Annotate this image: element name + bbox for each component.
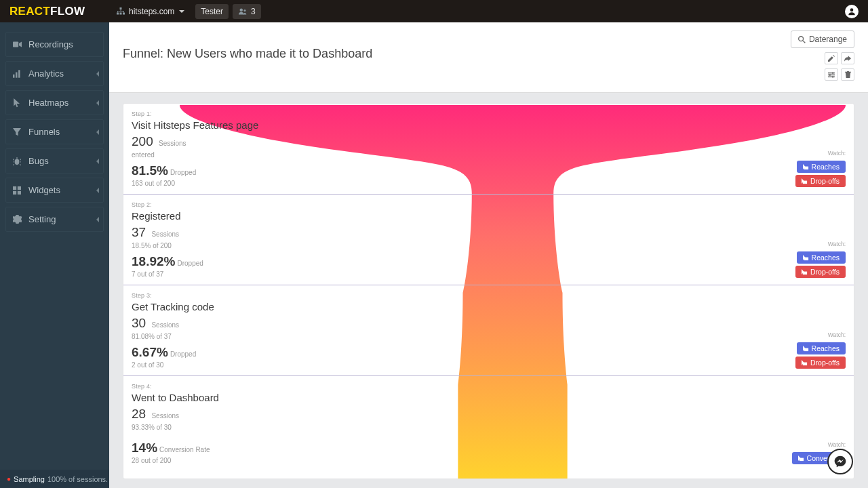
caret-down-icon: [179, 10, 184, 13]
bug-icon: [12, 157, 22, 166]
svg-point-10: [850, 8, 854, 12]
nav-label: Analytics: [28, 68, 64, 79]
svg-rect-24: [832, 72, 833, 74]
step-count-suffix: Sessions: [151, 230, 179, 238]
reaches-button[interactable]: Reaches: [797, 342, 846, 354]
step-name: Get Tracking code: [132, 301, 846, 312]
sidebar: Recordings Analytics Heatmaps Funnels Bu…: [0, 22, 109, 488]
svg-rect-5: [117, 11, 124, 12]
bars-icon: [12, 69, 22, 79]
nav-funnels[interactable]: Funnels: [5, 119, 104, 144]
nav-list: Recordings Analytics Heatmaps Funnels Bu…: [0, 22, 109, 232]
reaches-button[interactable]: Reaches: [797, 251, 846, 264]
step-count: 30 Sessions: [132, 316, 846, 331]
delete-button[interactable]: [841, 68, 854, 81]
nav-heatmaps[interactable]: Heatmaps: [5, 90, 104, 115]
funnel-icon: [12, 127, 22, 137]
main-content: Funnel: New Users who made it to Dashboa…: [109, 22, 868, 488]
chevron-left-icon: [96, 217, 99, 222]
watch-block: Watch: Reaches Drop-offs: [795, 331, 846, 369]
metric-sub: 2 out of 30: [132, 361, 196, 369]
step-metric: 18.92%Dropped 7 out of 37: [132, 254, 203, 278]
topbar-right: [845, 5, 868, 18]
page-title: Funnel: New Users who made it to Dashboa…: [123, 30, 372, 61]
svg-rect-26: [832, 75, 833, 77]
gear-icon: [12, 215, 22, 224]
svg-rect-19: [18, 190, 21, 194]
nav-bugs[interactable]: Bugs: [5, 148, 104, 174]
chevron-left-icon: [96, 159, 99, 164]
nav-widgets[interactable]: Widgets: [5, 178, 104, 203]
nav-analytics[interactable]: Analytics: [5, 61, 104, 86]
reaches-button[interactable]: Reaches: [797, 161, 846, 173]
tester-chip[interactable]: Tester: [195, 4, 229, 19]
users-icon: [238, 7, 248, 16]
watch-label: Watch:: [795, 241, 846, 247]
svg-rect-3: [123, 12, 125, 14]
svg-rect-23: [828, 76, 835, 77]
sampling-value: 100% of sessions.: [47, 475, 108, 483]
site-selector[interactable]: hitsteps.com: [109, 0, 191, 22]
step-sub: 18.5% of 200: [132, 242, 846, 249]
svg-rect-14: [18, 70, 20, 77]
account-avatar[interactable]: [845, 5, 859, 18]
step-label: Step 2:: [132, 201, 846, 208]
chevron-left-icon: [96, 188, 99, 193]
chevron-left-icon: [96, 100, 99, 106]
step-name: Registered: [132, 210, 846, 222]
metric-pct: 81.5%: [132, 163, 168, 178]
nav-recordings[interactable]: Recordings: [5, 32, 104, 57]
header-tools: Daterange: [791, 30, 854, 81]
messenger-button[interactable]: [827, 449, 853, 474]
metric-label: Dropped: [170, 350, 196, 358]
svg-rect-21: [828, 72, 835, 73]
metric-pct: 6.67%: [132, 345, 168, 359]
watch-label: Watch:: [795, 331, 846, 338]
nav-label: Funnels: [28, 127, 60, 137]
svg-rect-6: [117, 11, 118, 12]
step-label: Step 1:: [132, 110, 846, 117]
metric-label: Conversion Rate: [159, 446, 210, 453]
step-sub: 93.33% of 30: [132, 424, 846, 431]
dropoffs-button[interactable]: Drop-offs: [795, 175, 846, 187]
funnel-step-4: Step 4: Went to Dashboard 28 Sessions 93…: [123, 376, 854, 479]
dropoffs-button[interactable]: Drop-offs: [795, 357, 846, 369]
step-count: 37 Sessions: [132, 225, 846, 240]
share-button[interactable]: [841, 52, 854, 64]
users-count-chip[interactable]: 3: [233, 4, 261, 19]
page-header: Funnel: New Users who made it to Dashboa…: [109, 22, 868, 93]
dropoffs-button[interactable]: Drop-offs: [795, 266, 846, 278]
search-icon: [798, 36, 806, 43]
step-name: Went to Dashboard: [132, 392, 846, 403]
tester-label: Tester: [201, 7, 223, 16]
settings-button[interactable]: [825, 68, 838, 81]
svg-rect-7: [123, 11, 124, 12]
svg-point-15: [15, 159, 20, 165]
metric-sub: 28 out of 200: [132, 457, 210, 464]
svg-point-20: [799, 36, 804, 41]
funnel-step-1: Step 1: Visit Hitsteps Features page 200…: [123, 104, 854, 195]
svg-rect-17: [18, 186, 21, 190]
step-label: Step 4:: [132, 383, 846, 390]
chevron-left-icon: [96, 71, 99, 77]
chevron-left-icon: [96, 129, 99, 135]
topbar: REACTFLOW hitsteps.com Tester 3: [0, 0, 868, 22]
edit-button[interactable]: [825, 52, 838, 64]
sampling-label: Sampling: [14, 475, 45, 483]
step-count-value: 200: [132, 134, 153, 148]
svg-rect-11: [13, 41, 18, 47]
video-icon: [12, 40, 22, 49]
header-icon-row-2: [825, 68, 854, 81]
step-count-value: 37: [132, 225, 146, 239]
daterange-button[interactable]: Daterange: [791, 30, 854, 48]
watch-label: Watch:: [795, 150, 846, 157]
messenger-icon: [833, 455, 847, 468]
brand-logo[interactable]: REACTFLOW: [0, 0, 109, 22]
nav-setting[interactable]: Setting: [5, 207, 104, 232]
nav-label: Bugs: [28, 156, 49, 166]
step-count: 28 Sessions: [132, 407, 846, 422]
watch-label: Watch:: [792, 441, 846, 448]
nav-label: Heatmaps: [28, 98, 68, 108]
metric-label: Dropped: [177, 260, 203, 267]
step-metric: 6.67%Dropped 2 out of 30: [132, 345, 196, 369]
